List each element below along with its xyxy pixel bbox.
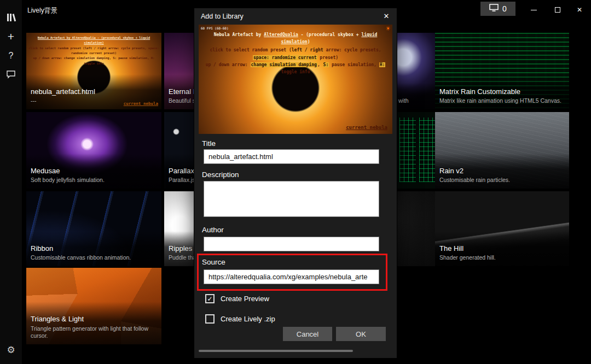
tile-subtitle: Shader generated hill.: [439, 254, 565, 262]
source-field-label: Source: [202, 258, 225, 266]
txt-seg: toggle info: [281, 69, 310, 74]
preview-heading: Nebula Artefact by AlteredQualia - (proc…: [202, 31, 389, 45]
txt-seg: preset): [317, 55, 339, 60]
dialog-horizontal-scrollbar[interactable]: [199, 350, 353, 352]
library-icon[interactable]: [0, 12, 22, 25]
ok-button[interactable]: OK: [336, 327, 386, 341]
sidebar: + ? ⚙: [0, 0, 22, 364]
tile-title: Medusae: [31, 167, 157, 175]
tile-medusae[interactable]: Medusae Soft body jellyfish simulation.: [26, 112, 161, 189]
tile-title: nebula_artefact.html: [31, 87, 157, 96]
preview-line2: click to select random preset (left / ri…: [202, 46, 389, 61]
tile-triangles-light[interactable]: Triangles & Light Triangle pattern gener…: [26, 268, 161, 344]
tile-nebula-artefact[interactable]: Nebula Artefact by AlteredQualia - (proc…: [26, 33, 161, 109]
minimize-button[interactable]: [524, 3, 543, 16]
monitor-icon: [489, 4, 499, 14]
add-wallpaper-icon[interactable]: +: [0, 31, 22, 43]
tile-matrix-rain[interactable]: Matrix Rain Customizable Matrix like rai…: [435, 33, 569, 109]
create-preview-label: Create Preview: [221, 295, 269, 303]
tile-subtitle: Customisable rain particles.: [439, 177, 565, 184]
tile-the-hill[interactable]: The Hill Shader generated hill.: [435, 191, 569, 266]
txt-seg: change simulation damping: [251, 62, 317, 67]
tile-preview-overlay-text: Nebula Artefact by AlteredQualia - (proc…: [27, 36, 160, 66]
mini-heading: Nebula Artefact by AlteredQualia - (proc…: [27, 36, 160, 46]
tile-ribbon[interactable]: Ribbon Customisable canvas ribbon animat…: [26, 191, 161, 266]
txt-seg: pause simulation,: [329, 62, 379, 67]
close-icon: ✕: [577, 6, 582, 14]
tile-title: Ribbon: [31, 244, 157, 253]
preset-name-label: current_nebula: [346, 125, 387, 130]
feedback-icon[interactable]: [0, 70, 22, 81]
tile-title: Matrix Rain Customizable: [439, 87, 565, 96]
tile-label: Triangles & Light Triangle pattern gener…: [26, 302, 161, 344]
wallpaper-preview: 60 FPS (60-60) ☀ Nebula Artefact by Alte…: [199, 25, 392, 134]
link-alteredqualia: AlteredQualia: [264, 32, 298, 37]
dialog-title: Add to Library: [201, 13, 244, 20]
tile-subtitle: Matrix like rain animation using HTML5 C…: [439, 97, 565, 105]
txt-seg: space: randomize current: [253, 55, 317, 60]
tile-rain-v2[interactable]: Rain v2 Customisable rain particles.: [435, 112, 569, 189]
dialog-close-icon[interactable]: ✕: [380, 11, 392, 22]
title-field-label: Title: [202, 139, 216, 148]
maximize-icon: [555, 7, 560, 13]
txt-seg: ,: [317, 62, 323, 67]
preview-line3: up / down arrow: change simulation dampi…: [202, 61, 389, 75]
display-count: 0: [502, 4, 507, 13]
txt-seg: click to select random preset (: [210, 48, 291, 52]
app-title: Lively背景: [27, 6, 57, 15]
tile-label: The Hill Shader generated hill.: [435, 231, 569, 266]
create-zip-checkbox[interactable]: [205, 314, 215, 324]
tile-label: Medusae Soft body jellyfish simulation.: [26, 154, 161, 189]
display-selector-button[interactable]: 0: [480, 2, 515, 16]
create-zip-checkbox-row[interactable]: Create Lively .zip: [205, 314, 275, 324]
source-input[interactable]: [204, 269, 379, 284]
check-icon: ✓: [207, 295, 212, 303]
txt-seg: H:: [379, 62, 386, 67]
tile-label: Rain v2 Customisable rain particles.: [435, 154, 569, 189]
txt-seg: ): [308, 39, 310, 44]
title-input[interactable]: [204, 149, 379, 164]
minimize-icon: [531, 10, 537, 10]
mini-line3: up / down arrow: change simulation dampi…: [27, 56, 160, 66]
close-window-button[interactable]: ✕: [570, 3, 589, 16]
txt-seg: Nebula Artefact by: [214, 32, 264, 37]
txt-seg: up / down arrow:: [206, 62, 251, 67]
help-icon[interactable]: ?: [0, 50, 22, 61]
txt-seg: S:: [323, 62, 329, 67]
tile-label: Ribbon Customisable canvas ribbon animat…: [26, 231, 161, 266]
cancel-button[interactable]: Cancel: [283, 327, 332, 341]
tile-subtitle: Triangle pattern generator with light th…: [31, 325, 157, 340]
tile-subtitle: Soft body jellyfish simulation.: [31, 177, 157, 184]
create-zip-label: Create Lively .zip: [221, 315, 275, 323]
txt-seg: - (procedural skybox +: [298, 32, 362, 37]
settings-icon[interactable]: ⚙: [0, 344, 22, 356]
tile-subtitle: Customisable canvas ribbon animation.: [31, 254, 157, 262]
preview-overlay-text: Nebula Artefact by AlteredQualia - (proc…: [202, 31, 389, 75]
datagrid-texture: [399, 118, 416, 182]
author-input[interactable]: [204, 237, 379, 251]
description-field-label: Description: [202, 171, 239, 179]
description-input[interactable]: [204, 181, 379, 217]
tile-title: Rain v2: [439, 167, 565, 175]
tile-title: The Hill: [439, 244, 565, 253]
txt-seg: left / right: [292, 48, 323, 52]
create-preview-checkbox-row[interactable]: ✓ Create Preview: [205, 294, 269, 303]
tile-title: Triangles & Light: [31, 315, 157, 324]
txt-seg: arrow: cycle presets,: [323, 48, 381, 52]
author-field-label: Author: [202, 226, 224, 234]
preset-name-label: current_nebula: [124, 101, 158, 106]
tile-label: Matrix Rain Customizable Matrix like rai…: [435, 74, 569, 109]
add-to-library-dialog: Add to Library ✕ 60 FPS (60-60) ☀ Nebula…: [194, 8, 397, 358]
create-preview-checkbox[interactable]: ✓: [205, 294, 215, 303]
maximize-button[interactable]: [548, 3, 567, 16]
mini-line2: click to select random preset (left / ri…: [27, 46, 160, 56]
fps-counter: 60 FPS (60-60): [201, 26, 229, 30]
datagrid-texture: [419, 118, 436, 182]
